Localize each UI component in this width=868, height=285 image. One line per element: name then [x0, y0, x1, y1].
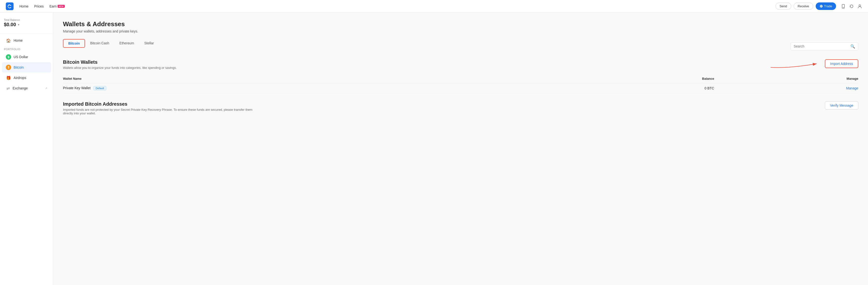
sidebar-item-exchange[interactable]: ⇄ Exchange ↗: [2, 83, 51, 93]
search-input[interactable]: [794, 44, 848, 48]
wallet-table-head: Wallet Name Balance Manage: [63, 75, 858, 83]
tab-bitcoin[interactable]: Bitcoin: [63, 39, 85, 48]
wallet-table: Wallet Name Balance Manage Private Key W…: [63, 75, 858, 93]
tabs-bar: Bitcoin Bitcoin Cash Ethereum Stellar: [63, 39, 159, 48]
col-balance: Balance: [572, 75, 714, 83]
main-content: Wallets & Addresses Manage your wallets,…: [53, 12, 868, 285]
logo[interactable]: [6, 2, 13, 10]
table-row: Private Key Wallet Default 0 BTC Manage: [63, 83, 858, 93]
manage-link[interactable]: Manage: [846, 86, 858, 90]
sidebar-home-label: Home: [13, 38, 23, 42]
page-subtitle: Manage your wallets, addresses and priva…: [63, 29, 858, 33]
sidebar-usd-label: US Dollar: [13, 55, 28, 59]
wallet-name-cell: Private Key Wallet Default: [63, 83, 572, 93]
wallets-section-subtitle: Wallets allow you to organize your funds…: [63, 66, 177, 69]
red-arrow: [768, 58, 822, 70]
page-title: Wallets & Addresses: [63, 20, 858, 28]
wallet-balance-cell: 0 BTC: [572, 83, 714, 93]
sidebar-airdrops-label: Airdrops: [13, 76, 26, 80]
layout: Total Balance $0.00 ▾ 🏠 Home Portfolio $…: [0, 12, 868, 285]
sidebar-exchange-label: Exchange: [12, 86, 45, 90]
nav-prices[interactable]: Prices: [34, 4, 43, 8]
sidebar-item-bitcoin[interactable]: ₿ Bitcoin: [2, 62, 51, 73]
import-title-block: Imported Bitcoin Addresses Imported fund…: [63, 101, 257, 115]
send-button[interactable]: Send: [775, 3, 791, 10]
default-badge: Default: [93, 86, 106, 90]
receive-button[interactable]: Receive: [794, 3, 813, 10]
col-manage: Manage: [714, 75, 858, 83]
balance-label: Total Balance: [4, 19, 49, 21]
svg-point-3: [859, 5, 861, 6]
import-address-button[interactable]: Import Address: [825, 59, 858, 68]
tab-ethereum[interactable]: Ethereum: [114, 39, 139, 48]
wallets-title-block: Bitcoin Wallets Wallets allow you to org…: [63, 59, 177, 69]
external-link-icon: ↗: [45, 87, 47, 90]
plus-icon: ⊕: [819, 4, 823, 8]
topnav-links: Home Prices Earn NEW: [20, 4, 65, 8]
wallet-table-body: Private Key Wallet Default 0 BTC Manage: [63, 83, 858, 93]
nav-home[interactable]: Home: [20, 4, 28, 8]
topnav-icons: [841, 4, 862, 9]
refresh-icon[interactable]: [849, 4, 854, 9]
usd-icon: $: [6, 54, 11, 60]
import-section-title: Imported Bitcoin Addresses: [63, 101, 257, 107]
verify-message-button[interactable]: Verify Message: [825, 101, 858, 110]
sidebar-btc-label: Bitcoin: [13, 65, 24, 69]
sidebar-item-usdollar[interactable]: $ US Dollar: [2, 52, 51, 62]
import-section-header: Imported Bitcoin Addresses Imported fund…: [63, 101, 858, 115]
gift-icon: 🎁: [6, 75, 11, 81]
tab-bitcoincash[interactable]: Bitcoin Cash: [85, 39, 114, 48]
mobile-icon[interactable]: [841, 4, 846, 9]
sidebar: Total Balance $0.00 ▾ 🏠 Home Portfolio $…: [0, 12, 53, 285]
topnav-right: Send Receive ⊕ Trade: [775, 2, 862, 10]
import-section-subtitle: Imported funds are not protected by your…: [63, 108, 257, 115]
wallet-table-header-row: Wallet Name Balance Manage: [63, 75, 858, 83]
sidebar-balance: Total Balance $0.00 ▾: [0, 17, 53, 31]
balance-amount-row: $0.00 ▾: [4, 22, 49, 27]
wallet-name: Private Key Wallet: [63, 86, 91, 90]
user-icon[interactable]: [857, 4, 862, 9]
search-icon: 🔍: [850, 44, 855, 49]
home-icon: 🏠: [6, 38, 11, 43]
import-button-container: Import Address: [825, 59, 858, 68]
new-badge: NEW: [58, 5, 65, 8]
btc-icon: ₿: [6, 65, 11, 70]
tab-stellar[interactable]: Stellar: [139, 39, 159, 48]
balance-value: $0.00: [4, 22, 16, 27]
col-wallet-name: Wallet Name: [63, 75, 572, 83]
portfolio-section-label: Portfolio: [0, 46, 53, 52]
topnav: Home Prices Earn NEW Send Receive ⊕ Trad…: [0, 0, 868, 12]
nav-earn[interactable]: Earn NEW: [50, 4, 65, 8]
earn-label: Earn: [50, 4, 57, 8]
wallet-manage-cell: Manage: [714, 83, 858, 93]
sidebar-item-home[interactable]: 🏠 Home: [2, 35, 51, 46]
svg-rect-0: [6, 2, 13, 10]
sidebar-item-airdrops[interactable]: 🎁 Airdrops: [2, 73, 51, 83]
sidebar-divider: [0, 33, 53, 33]
wallets-section-header: Bitcoin Wallets Wallets allow you to org…: [63, 59, 858, 69]
trade-button[interactable]: ⊕ Trade: [816, 2, 836, 10]
balance-chevron[interactable]: ▾: [18, 23, 20, 26]
trade-label: Trade: [824, 4, 832, 8]
exchange-row: Exchange ↗: [12, 86, 47, 90]
exchange-icon: ⇄: [6, 86, 10, 91]
search-bar: 🔍: [790, 42, 858, 50]
wallets-section-title: Bitcoin Wallets: [63, 59, 177, 65]
svg-point-2: [843, 7, 843, 8]
